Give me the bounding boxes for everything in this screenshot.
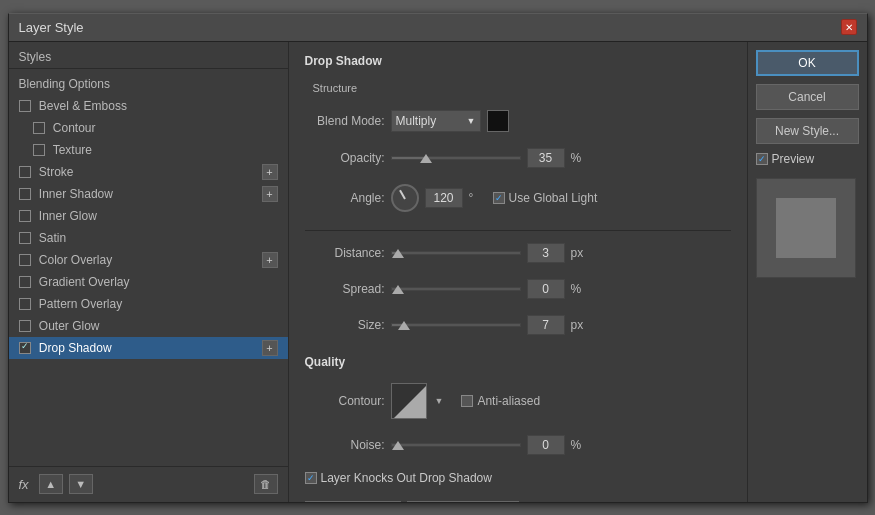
- distance-unit: px: [571, 246, 589, 260]
- noise-slider[interactable]: [391, 443, 521, 447]
- angle-row: Angle: ° ✓ Use Global Light: [305, 184, 731, 212]
- angle-input[interactable]: [425, 188, 463, 208]
- drop-shadow-plus-button[interactable]: +: [262, 340, 278, 356]
- style-item-satin[interactable]: Satin: [9, 227, 288, 249]
- style-item-inner-shadow[interactable]: Inner Shadow +: [9, 183, 288, 205]
- contour-dropdown-arrow-icon[interactable]: ▼: [435, 396, 444, 406]
- dialog-body: Styles Blending Options Bevel & Emboss C…: [9, 42, 867, 502]
- use-global-light-checkbox[interactable]: ✓: [493, 192, 505, 204]
- stroke-checkbox[interactable]: [19, 166, 31, 178]
- bevel-emboss-checkbox[interactable]: [19, 100, 31, 112]
- angle-dial[interactable]: [391, 184, 419, 212]
- opacity-input[interactable]: [527, 148, 565, 168]
- gradient-overlay-checkbox[interactable]: [19, 276, 31, 288]
- distance-label: Distance:: [305, 246, 385, 260]
- distance-input[interactable]: [527, 243, 565, 263]
- size-slider[interactable]: [391, 323, 521, 327]
- color-overlay-checkbox[interactable]: [19, 254, 31, 266]
- spread-slider[interactable]: [391, 287, 521, 291]
- spread-slider-thumb: [392, 285, 404, 294]
- blend-mode-label: Blend Mode:: [305, 114, 385, 128]
- move-up-button[interactable]: ▲: [39, 474, 63, 494]
- spread-row: Spread: %: [305, 279, 731, 299]
- inner-shadow-plus-button[interactable]: +: [262, 186, 278, 202]
- reset-to-default-button[interactable]: Reset to Default: [407, 501, 519, 502]
- fx-label: fx: [19, 477, 29, 492]
- spread-unit: %: [571, 282, 589, 296]
- style-item-pattern-overlay[interactable]: Pattern Overlay: [9, 293, 288, 315]
- delete-button[interactable]: 🗑: [254, 474, 278, 494]
- style-item-bevel-emboss[interactable]: Bevel & Emboss: [9, 95, 288, 117]
- style-item-drop-shadow[interactable]: Drop Shadow +: [9, 337, 288, 359]
- contour-label: Contour:: [305, 394, 385, 408]
- opacity-label: Opacity:: [305, 151, 385, 165]
- title-bar: Layer Style ✕: [9, 14, 867, 42]
- style-item-blending-options[interactable]: Blending Options: [9, 73, 288, 95]
- distance-row: Distance: px: [305, 243, 731, 263]
- cancel-button[interactable]: Cancel: [756, 84, 859, 110]
- angle-label: Angle:: [305, 191, 385, 205]
- pattern-overlay-checkbox[interactable]: [19, 298, 31, 310]
- size-label: Size:: [305, 318, 385, 332]
- preview-checkbox[interactable]: ✓: [756, 153, 768, 165]
- use-global-light-row: ✓ Use Global Light: [493, 191, 598, 205]
- satin-checkbox[interactable]: [19, 232, 31, 244]
- outer-glow-checkbox[interactable]: [19, 320, 31, 332]
- style-item-stroke[interactable]: Stroke +: [9, 161, 288, 183]
- layer-knocks-out-checkbox[interactable]: ✓: [305, 472, 317, 484]
- drop-shadow-checkbox[interactable]: [19, 342, 31, 354]
- style-list: Blending Options Bevel & Emboss Contour …: [9, 69, 288, 466]
- left-panel: Styles Blending Options Bevel & Emboss C…: [9, 42, 289, 502]
- make-default-button[interactable]: Make Default: [305, 501, 402, 502]
- styles-header: Styles: [9, 42, 288, 69]
- preview-box: [756, 178, 856, 278]
- opacity-slider[interactable]: [391, 156, 521, 160]
- noise-input[interactable]: [527, 435, 565, 455]
- blend-mode-row: Blend Mode: Multiply ▼: [305, 110, 731, 132]
- stroke-plus-button[interactable]: +: [262, 164, 278, 180]
- style-item-color-overlay[interactable]: Color Overlay +: [9, 249, 288, 271]
- close-button[interactable]: ✕: [841, 19, 857, 35]
- preview-label: Preview: [772, 152, 815, 166]
- spread-input[interactable]: [527, 279, 565, 299]
- opacity-slider-thumb: [420, 154, 432, 163]
- quality-label: Quality: [305, 355, 731, 369]
- inner-glow-checkbox[interactable]: [19, 210, 31, 222]
- noise-unit: %: [571, 438, 589, 452]
- style-item-inner-glow[interactable]: Inner Glow: [9, 205, 288, 227]
- contour-preview[interactable]: [391, 383, 427, 419]
- preview-inner: [776, 198, 836, 258]
- section-title: Drop Shadow: [305, 54, 731, 68]
- style-item-gradient-overlay[interactable]: Gradient Overlay: [9, 271, 288, 293]
- distance-slider[interactable]: [391, 251, 521, 255]
- opacity-row: Opacity: %: [305, 148, 731, 168]
- shadow-color-swatch[interactable]: [487, 110, 509, 132]
- color-overlay-plus-button[interactable]: +: [262, 252, 278, 268]
- angle-unit: °: [469, 191, 487, 205]
- size-input[interactable]: [527, 315, 565, 335]
- noise-slider-thumb: [392, 441, 404, 450]
- spread-label: Spread:: [305, 282, 385, 296]
- distance-slider-thumb: [392, 249, 404, 258]
- texture-checkbox[interactable]: [33, 144, 45, 156]
- blend-mode-dropdown[interactable]: Multiply ▼: [391, 110, 481, 132]
- style-item-outer-glow[interactable]: Outer Glow: [9, 315, 288, 337]
- contour-checkbox[interactable]: [33, 122, 45, 134]
- noise-label: Noise:: [305, 438, 385, 452]
- inner-shadow-checkbox[interactable]: [19, 188, 31, 200]
- anti-aliased-checkbox[interactable]: [461, 395, 473, 407]
- dialog-title: Layer Style: [19, 20, 84, 35]
- contour-row: Contour: ▼ Anti-aliased: [305, 383, 731, 419]
- structure-subtitle: Structure: [313, 82, 731, 94]
- new-style-button[interactable]: New Style...: [756, 118, 859, 144]
- preview-label-row: ✓ Preview: [756, 152, 859, 166]
- layer-style-dialog: Layer Style ✕ Styles Blending Options Be…: [8, 13, 868, 503]
- layer-knocks-out-row: ✓ Layer Knocks Out Drop Shadow: [305, 471, 731, 485]
- move-down-button[interactable]: ▼: [69, 474, 93, 494]
- svg-marker-0: [392, 384, 427, 419]
- style-item-contour[interactable]: Contour: [9, 117, 288, 139]
- center-panel: Drop Shadow Structure Blend Mode: Multip…: [289, 42, 747, 502]
- dropdown-arrow-icon: ▼: [467, 116, 476, 126]
- ok-button[interactable]: OK: [756, 50, 859, 76]
- style-item-texture[interactable]: Texture: [9, 139, 288, 161]
